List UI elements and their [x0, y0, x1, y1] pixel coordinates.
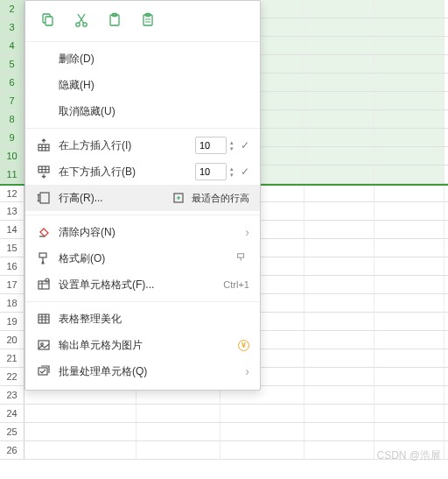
row-header[interactable]: 15: [0, 239, 24, 257]
cell[interactable]: [136, 441, 220, 459]
cell[interactable]: [220, 405, 304, 422]
row-header[interactable]: 24: [0, 405, 24, 422]
row-header[interactable]: 3: [0, 18, 24, 36]
insert-below-count[interactable]: [195, 163, 227, 180]
cell[interactable]: [220, 423, 304, 440]
cell[interactable]: [374, 257, 444, 275]
cell[interactable]: [304, 331, 374, 349]
cell[interactable]: [304, 276, 374, 293]
cell[interactable]: [374, 405, 444, 422]
menu-table-beautify[interactable]: 表格整理美化: [25, 306, 260, 332]
cell[interactable]: [374, 37, 444, 54]
cell[interactable]: [374, 55, 444, 73]
menu-best-fit[interactable]: 最适合的行高: [164, 185, 260, 211]
row-header[interactable]: 26: [0, 441, 24, 459]
cell[interactable]: [374, 349, 444, 367]
row-header[interactable]: 22: [0, 368, 24, 385]
cell[interactable]: [304, 294, 374, 312]
row-header[interactable]: 11: [0, 166, 24, 183]
cell[interactable]: [304, 386, 374, 404]
cell[interactable]: [220, 441, 304, 459]
menu-cell-format[interactable]: 设置单元格格式(F)... Ctrl+1: [25, 271, 260, 298]
row-header[interactable]: 6: [0, 74, 24, 91]
insert-above-count[interactable]: [195, 137, 227, 154]
menu-row-height[interactable]: 行高(R)...: [25, 185, 164, 211]
menu-unhide[interactable]: 取消隐藏(U): [25, 98, 260, 124]
cell[interactable]: [304, 423, 374, 440]
cell[interactable]: [374, 166, 444, 183]
confirm-icon[interactable]: ✓: [241, 139, 249, 151]
menu-insert-above[interactable]: 在上方插入行(I) ▴▾ ✓: [25, 132, 260, 158]
cell[interactable]: [24, 423, 136, 440]
cell[interactable]: [374, 18, 444, 36]
paste-special-icon[interactable]: [139, 11, 157, 29]
cell[interactable]: [304, 110, 374, 128]
cell[interactable]: [374, 147, 444, 165]
menu-export-image[interactable]: 输出单元格为图片 ¥: [25, 332, 260, 358]
row-header[interactable]: 8: [0, 110, 24, 128]
cell[interactable]: [304, 37, 374, 54]
row-header[interactable]: 9: [0, 129, 24, 146]
cell[interactable]: [374, 239, 444, 257]
row-header[interactable]: 23: [0, 386, 24, 404]
spin-down[interactable]: ▾: [230, 172, 234, 178]
cell[interactable]: [304, 166, 374, 183]
cell[interactable]: [304, 92, 374, 109]
row-header[interactable]: 4: [0, 37, 24, 54]
cell[interactable]: [304, 368, 374, 385]
spin-up[interactable]: ▴: [230, 166, 234, 172]
cell[interactable]: [304, 239, 374, 257]
cell[interactable]: [304, 257, 374, 275]
cell[interactable]: [136, 405, 220, 422]
cell[interactable]: [374, 74, 444, 91]
row-header[interactable]: 2: [0, 0, 24, 18]
spin-up[interactable]: ▴: [230, 139, 234, 145]
cell[interactable]: [304, 129, 374, 146]
row-header[interactable]: 19: [0, 313, 24, 330]
row-header[interactable]: 20: [0, 331, 24, 349]
menu-format-painter[interactable]: 格式刷(O): [25, 245, 260, 271]
cell[interactable]: [304, 313, 374, 330]
menu-hide[interactable]: 隐藏(H): [25, 72, 260, 98]
cell[interactable]: [304, 221, 374, 238]
spin-down[interactable]: ▾: [230, 145, 234, 151]
cell[interactable]: [304, 349, 374, 367]
row-header[interactable]: 7: [0, 92, 24, 109]
cell[interactable]: [374, 313, 444, 330]
cell[interactable]: [304, 74, 374, 91]
row-header[interactable]: 16: [0, 257, 24, 275]
menu-batch-process[interactable]: 批量处理单元格(Q) ›: [25, 358, 260, 384]
cell[interactable]: [136, 423, 220, 440]
cell[interactable]: [374, 202, 444, 220]
cell[interactable]: [374, 294, 444, 312]
cell[interactable]: [304, 441, 374, 459]
row-header[interactable]: 21: [0, 349, 24, 367]
cell[interactable]: [374, 221, 444, 238]
cut-icon[interactable]: [73, 11, 90, 29]
cell[interactable]: [374, 0, 444, 18]
row-header[interactable]: 25: [0, 423, 24, 440]
row-header[interactable]: 10: [0, 147, 24, 165]
cell[interactable]: [374, 110, 444, 128]
cell[interactable]: [304, 202, 374, 220]
paste-icon[interactable]: [106, 11, 123, 29]
cell[interactable]: [374, 276, 444, 293]
confirm-icon[interactable]: ✓: [241, 166, 249, 178]
cell[interactable]: [374, 186, 444, 201]
copy-icon[interactable]: [39, 11, 57, 29]
menu-clear-contents[interactable]: 清除内容(N) ›: [25, 219, 260, 245]
cell[interactable]: [304, 18, 374, 36]
row-header[interactable]: 13: [0, 202, 24, 220]
menu-delete[interactable]: 删除(D): [25, 46, 260, 72]
row-header[interactable]: 14: [0, 221, 24, 238]
cell[interactable]: [24, 441, 136, 459]
cell[interactable]: [304, 186, 374, 201]
row-header[interactable]: 17: [0, 276, 24, 293]
cell[interactable]: [374, 386, 444, 404]
cell[interactable]: [304, 405, 374, 422]
cell[interactable]: [374, 441, 444, 459]
cell[interactable]: [374, 92, 444, 109]
cell[interactable]: [374, 331, 444, 349]
cell[interactable]: [304, 55, 374, 73]
row-header[interactable]: 5: [0, 55, 24, 73]
